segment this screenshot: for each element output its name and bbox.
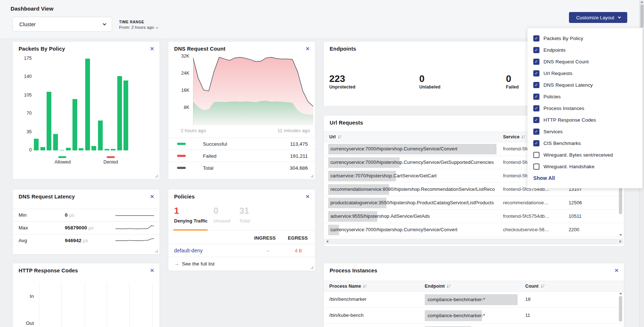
legend-label: Total [203, 165, 213, 171]
time-range-value[interactable]: From: 2 hours ago [119, 25, 157, 29]
policy-egress-value: 4 B [295, 248, 302, 253]
table-row: /bin/benchmarkercompliance-benchmarker-*… [324, 292, 624, 308]
customize-layout-button[interactable]: Customize Layout [569, 12, 627, 23]
tab-total[interactable]: 31Total [239, 206, 250, 224]
checkbox-checked-icon[interactable]: ✓ [533, 59, 539, 65]
menu-item[interactable]: ✓Services [527, 126, 643, 137]
legend-swatch [177, 143, 186, 145]
packets-by-policy-card: Packets By Policy ✕ 03570105140175 Allow… [12, 41, 160, 180]
column-header-service[interactable]: Service [503, 134, 526, 139]
grid-line [85, 283, 85, 327]
table-row: benchmarkercompliance-benchmarker-*9 [324, 324, 624, 327]
stat-label: Failed [506, 84, 519, 90]
policy-ingress-value: – [267, 248, 269, 253]
show-all-link[interactable]: Show All [533, 175, 555, 181]
checkbox-checked-icon[interactable]: ✓ [533, 129, 539, 135]
close-icon[interactable]: ✕ [150, 267, 154, 274]
scroll-down-arrow-icon[interactable] [619, 234, 622, 236]
grid-line [152, 283, 153, 327]
scroll-left-arrow-icon[interactable] [326, 240, 328, 243]
menu-item[interactable]: Wireguard. Handshake [527, 161, 643, 172]
checkbox-checked-icon[interactable]: ✓ [533, 117, 539, 123]
resize-handle[interactable] [155, 250, 158, 252]
vertical-scrollbar[interactable] [619, 292, 623, 327]
close-icon[interactable]: ✕ [305, 193, 310, 200]
scroll-up-arrow-icon[interactable] [640, 1, 643, 3]
stat-label: Unlabeled [419, 84, 440, 90]
column-header-endpoint[interactable]: Endpoint [425, 284, 451, 289]
menu-item-label: CIS Benchmarks [543, 141, 581, 146]
menu-item-label: Endpoints [543, 47, 566, 53]
legend-row: Total304,686 [168, 162, 315, 174]
view-selector[interactable]: Cluster [12, 17, 112, 32]
dns-request-count-card: DNS Request Count ✕ 8K16K24K32K 2 hours … [168, 41, 315, 180]
policies-card: Policies ✕ 1Denying Traffic0Unused31Tota… [168, 189, 315, 271]
menu-item[interactable]: ✓Url Requests [527, 67, 643, 79]
tab-denying-traffic[interactable]: 1Denying Traffic [174, 206, 208, 224]
sparkline [115, 211, 154, 220]
page-scrollbar-thumb[interactable] [640, 4, 644, 28]
checkbox-checked-icon[interactable]: ✓ [533, 94, 539, 100]
checkbox-checked-icon[interactable]: ✓ [533, 70, 539, 76]
checkbox-checked-icon[interactable]: ✓ [533, 140, 539, 146]
latency-stat-value: 95879000 µs [65, 225, 94, 231]
bar [117, 76, 122, 150]
menu-item[interactable]: ✓DNS Request Latency [527, 79, 643, 91]
close-icon[interactable]: ✕ [150, 193, 154, 200]
menu-item[interactable]: ✓CIS Benchmarks [527, 137, 643, 149]
bar [66, 148, 71, 150]
see-full-list-link[interactable]: →See the full list [174, 261, 215, 267]
process-instances-card: Process Instances ✕ Process Name Endpoin… [323, 263, 624, 327]
menu-item[interactable]: ✓DNS Request Count [527, 56, 643, 67]
endpoint-cell: compliance-benchmarker-* [428, 297, 485, 302]
column-header-ingress: INGRESS [254, 235, 276, 241]
resize-handle[interactable] [311, 175, 313, 177]
menu-item-label: DNS Request Count [543, 59, 589, 64]
menu-item[interactable]: ✓Packets By Policy [527, 32, 643, 44]
time-range: TIME RANGE From: 2 hours ago [119, 20, 157, 29]
close-icon[interactable]: ✕ [150, 45, 154, 52]
checkbox-checked-icon[interactable]: ✓ [533, 35, 539, 42]
menu-item[interactable]: ✓Process Instances [527, 102, 643, 114]
resize-handle[interactable] [311, 266, 313, 269]
tab-unused[interactable]: 0Unused [213, 206, 230, 224]
url-cell: productcatalogservice:3550/hipstershop.P… [330, 200, 495, 205]
checkbox-unchecked-icon[interactable] [533, 152, 539, 158]
latency-stat-value: 0 µs [65, 212, 74, 218]
card-title: DNS Request Count [174, 46, 225, 52]
menu-item-label: Url Requests [543, 71, 572, 76]
legend-row: Successful113,475 [168, 138, 315, 150]
tab-label: Unused [213, 218, 230, 224]
active-tab-underline [173, 229, 208, 231]
menu-item[interactable]: Wireguard. Bytes sent/received [527, 149, 643, 161]
column-header-count[interactable]: Count [525, 284, 545, 289]
column-header-process-name[interactable]: Process Name [329, 284, 367, 289]
y-axis-tick: 35 [13, 129, 32, 134]
checkbox-unchecked-icon[interactable] [533, 164, 539, 170]
close-icon[interactable]: ✕ [614, 267, 619, 274]
menu-item[interactable]: ✓Endpoints [527, 44, 643, 56]
menu-item-label: DNS Request Latency [543, 82, 593, 88]
checkbox-checked-icon[interactable]: ✓ [533, 105, 539, 111]
legend-label: Failed [203, 153, 216, 159]
menu-item[interactable]: ✓HTTP Response Codes [527, 114, 643, 126]
column-header-url[interactable]: Url [329, 134, 342, 139]
legend-label: Allowed [48, 159, 77, 165]
y-axis-tick: 70 [13, 111, 32, 116]
policy-name-link[interactable]: default-deny [174, 248, 203, 253]
latency-stat-label: Avg [19, 238, 27, 243]
resize-handle[interactable] [155, 175, 158, 177]
scroll-right-arrow-icon[interactable] [620, 240, 621, 243]
bar [105, 149, 109, 150]
card-title: Packets By Policy [19, 46, 65, 52]
checkbox-checked-icon[interactable]: ✓ [533, 47, 539, 53]
tab-label: Total [239, 218, 250, 224]
close-icon[interactable]: ✕ [305, 45, 310, 52]
horizontal-scrollbar[interactable] [325, 239, 623, 244]
scrollbar-thumb[interactable] [619, 296, 622, 322]
endpoint-stat: 0Failed [506, 74, 519, 90]
stat-value: 0 [419, 74, 440, 84]
menu-item[interactable]: ✓Policies [527, 91, 643, 102]
checkbox-checked-icon[interactable]: ✓ [533, 82, 539, 88]
scroll-up-arrow-icon[interactable] [619, 292, 622, 294]
